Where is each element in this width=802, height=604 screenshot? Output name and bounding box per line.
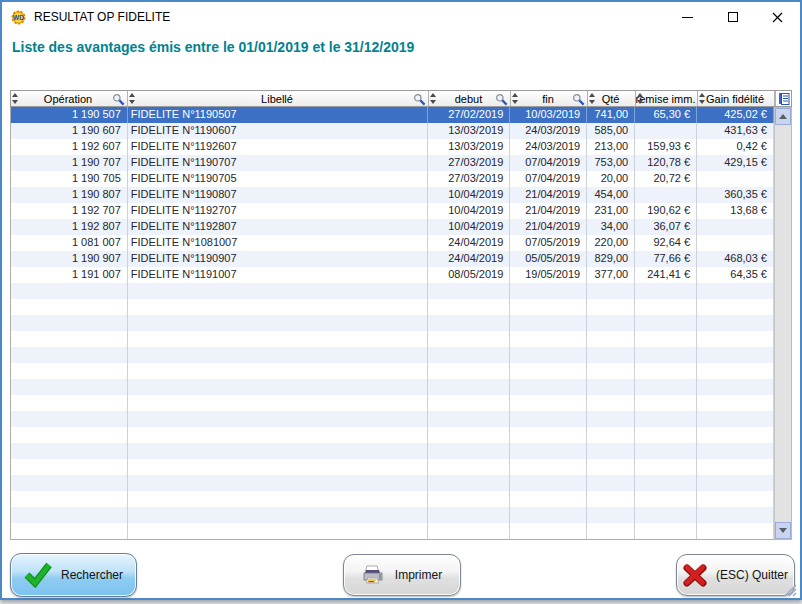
cell-libelle	[128, 459, 429, 475]
cell-libelle: FIDELITE N°1190807	[128, 187, 429, 203]
cell-debut: 27/03/2019	[428, 155, 510, 171]
column-header-remise[interactable]: remise imm.	[636, 91, 698, 106]
cell-gain	[697, 283, 774, 299]
cell-qte	[587, 427, 635, 443]
cell-qte: 220,00	[587, 235, 635, 251]
cell-libelle	[128, 363, 429, 379]
table-row[interactable]: 1 190 807FIDELITE N°119080710/04/201921/…	[11, 187, 774, 203]
table-row[interactable]: 1 190 707FIDELITE N°119070727/03/201907/…	[11, 155, 774, 171]
cell-remise: 77,66 €	[635, 251, 697, 267]
cell-debut	[428, 475, 510, 491]
sort-icon	[430, 93, 437, 104]
cell-gain	[697, 299, 774, 315]
imprimer-button[interactable]: Imprimer	[343, 554, 461, 596]
cell-gain: 64,35 €	[697, 267, 774, 283]
cell-operation	[11, 315, 128, 331]
cell-qte	[587, 507, 635, 523]
column-header-gain[interactable]: Gain fidélité	[698, 91, 775, 106]
table-row[interactable]: 1 190 705FIDELITE N°119070527/03/201907/…	[11, 171, 774, 187]
table-row[interactable]: 1 192 707FIDELITE N°119270710/04/201921/…	[11, 203, 774, 219]
cell-operation	[11, 395, 128, 411]
resize-grip-icon	[784, 584, 797, 597]
cell-libelle	[128, 427, 429, 443]
minimize-icon	[682, 17, 693, 18]
cell-fin	[510, 331, 587, 347]
table-row[interactable]: 1 081 007FIDELITE N°108100724/04/201907/…	[11, 235, 774, 251]
cell-libelle	[128, 395, 429, 411]
table-row-empty	[11, 523, 774, 539]
column-header-debut[interactable]: debut	[429, 91, 511, 106]
cell-operation	[11, 347, 128, 363]
resize-grip[interactable]	[784, 583, 797, 596]
search-icon[interactable]	[413, 93, 426, 106]
cell-debut: 24/04/2019	[428, 235, 510, 251]
search-icon[interactable]	[572, 93, 585, 106]
window-title: RESULTAT OP FIDELITE	[34, 10, 170, 24]
cell-fin	[510, 443, 587, 459]
window-controls	[665, 2, 800, 32]
maximize-button[interactable]	[710, 2, 755, 32]
page-title: Liste des avantages émis entre le 01/01/…	[12, 39, 414, 55]
table-row-empty	[11, 475, 774, 491]
vertical-scrollbar[interactable]	[774, 107, 792, 540]
table-row-empty	[11, 299, 774, 315]
column-header-fin[interactable]: fin	[511, 91, 588, 106]
cell-remise	[635, 507, 697, 523]
cell-fin: 07/05/2019	[510, 235, 587, 251]
cell-debut: 13/03/2019	[428, 123, 510, 139]
arrow-up-icon	[779, 114, 787, 119]
cell-qte: 585,00	[587, 123, 635, 139]
cell-debut: 13/03/2019	[428, 139, 510, 155]
cell-libelle: FIDELITE N°1190705	[128, 171, 429, 187]
cell-remise	[635, 523, 697, 539]
cell-libelle: FIDELITE N°1081007	[128, 235, 429, 251]
app-icon: WD	[10, 9, 27, 26]
table-row[interactable]: 1 192 607FIDELITE N°119260713/03/201924/…	[11, 139, 774, 155]
table-row[interactable]: 1 190 607FIDELITE N°119060713/03/201924/…	[11, 123, 774, 139]
cell-operation	[11, 283, 128, 299]
cell-libelle	[128, 491, 429, 507]
column-header-qte[interactable]: Qté	[588, 91, 636, 106]
cell-gain	[697, 235, 774, 251]
cell-libelle: FIDELITE N°1192607	[128, 139, 429, 155]
table-row[interactable]: 1 192 807FIDELITE N°119280710/04/201921/…	[11, 219, 774, 235]
table-row[interactable]: 1 190 507FIDELITE N°119050727/02/201910/…	[11, 107, 774, 123]
table-row-empty	[11, 363, 774, 379]
cell-debut	[428, 315, 510, 331]
rechercher-button[interactable]: Rechercher	[10, 553, 137, 597]
table-row[interactable]: 1 191 007FIDELITE N°119100708/05/201919/…	[11, 267, 774, 283]
cell-fin	[510, 507, 587, 523]
header-cells: Opération Libellé debut fin Qtéremise im…	[11, 91, 775, 106]
scroll-down-button[interactable]	[775, 522, 791, 539]
table-row-empty	[11, 507, 774, 523]
cell-operation	[11, 411, 128, 427]
scroll-up-button[interactable]	[775, 108, 791, 125]
close-button[interactable]	[755, 2, 800, 32]
cell-fin	[510, 299, 587, 315]
table-row[interactable]: 1 190 907FIDELITE N°119090724/04/201905/…	[11, 251, 774, 267]
titlebar[interactable]: WD RESULTAT OP FIDELITE	[2, 2, 800, 32]
table-menu-button[interactable]	[775, 91, 791, 106]
cell-operation: 1 191 007	[11, 267, 128, 283]
cell-gain	[697, 347, 774, 363]
cell-libelle: FIDELITE N°1190507	[128, 107, 429, 123]
cell-libelle	[128, 443, 429, 459]
cell-debut	[428, 427, 510, 443]
cell-remise	[635, 187, 697, 203]
green-check-icon	[24, 562, 52, 588]
column-header-operation[interactable]: Opération	[11, 91, 128, 106]
column-header-libelle[interactable]: Libellé	[128, 91, 429, 106]
search-icon[interactable]	[112, 93, 125, 106]
cell-libelle	[128, 379, 429, 395]
cell-libelle	[128, 299, 429, 315]
cell-remise	[635, 363, 697, 379]
search-icon[interactable]	[495, 93, 508, 106]
table-row-empty	[11, 283, 774, 299]
column-label: Gain fidélité	[698, 93, 774, 105]
column-label: Opération	[36, 93, 102, 105]
red-cross-icon	[683, 563, 707, 587]
minimize-button[interactable]	[665, 2, 710, 32]
quitter-button[interactable]: (ESC) Quitter	[676, 554, 795, 596]
cell-qte	[587, 299, 635, 315]
cell-operation: 1 190 705	[11, 171, 128, 187]
